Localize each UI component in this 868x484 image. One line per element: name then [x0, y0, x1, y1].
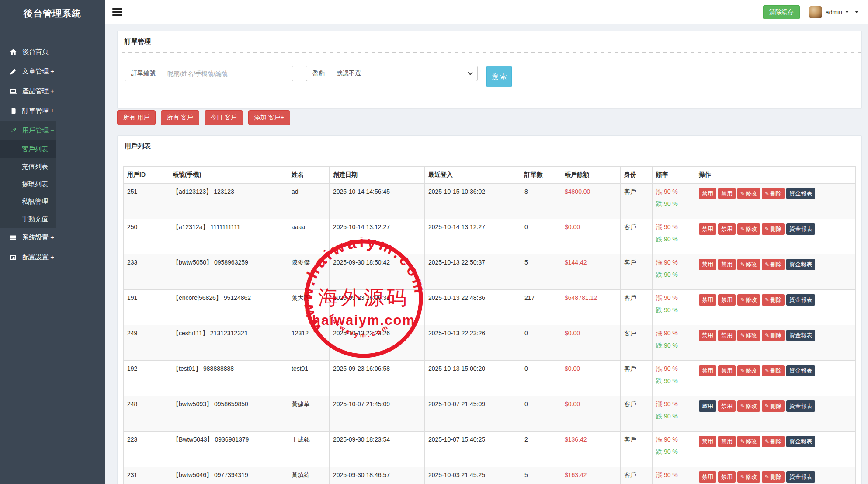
edit-button[interactable]: ✎修改	[737, 188, 760, 199]
role-cell: 客戶	[621, 467, 653, 484]
odds-down: 跌:90 %	[656, 377, 691, 385]
fund-report-button[interactable]: 資金報表	[786, 330, 815, 341]
fund-report-button[interactable]: 資金報表	[786, 400, 815, 412]
fund-report-button[interactable]: 資金報表	[786, 188, 815, 199]
disable-button[interactable]: 禁用	[699, 471, 716, 483]
disable-button[interactable]: 禁用	[718, 400, 736, 412]
fund-report-button[interactable]: 資金報表	[786, 259, 815, 270]
sidebar-item-products[interactable]: 產品管理 +	[0, 81, 105, 101]
fund-report-button[interactable]: 資金報表	[786, 294, 815, 306]
edit-button[interactable]: ✎修改	[737, 259, 760, 270]
edit-button[interactable]: ✎修改	[737, 223, 760, 235]
name-cell: 王成銘	[288, 432, 330, 467]
sidebar-item-config[interactable]: 配置設置 +	[0, 247, 105, 267]
fund-report-button[interactable]: 資金報表	[786, 365, 815, 376]
action-button-label: 刪除	[770, 332, 781, 338]
add-customer-button[interactable]: 添加 客戶+	[248, 110, 290, 125]
fund-report-button[interactable]: 資金報表	[786, 436, 815, 447]
fund-report-button[interactable]: 資金報表	[786, 223, 815, 235]
sidebar-subitem-manual-recharge[interactable]: 手動充值	[0, 210, 105, 228]
last-login-cell: 2025-10-14 13:12:27	[425, 219, 521, 254]
user-id-cell: 192	[124, 361, 169, 396]
disable-button[interactable]: 禁用	[699, 365, 716, 376]
action-button-label: 禁用	[702, 226, 713, 232]
hamburger-menu-button[interactable]	[105, 0, 129, 24]
topbar: 清除緩存 admin	[105, 0, 868, 24]
action-button-label: 禁用	[721, 226, 733, 232]
action-button-label: 資金報表	[789, 403, 812, 409]
sidebar-subitem-withdraw-list[interactable]: 提現列表	[0, 175, 105, 193]
edit-button[interactable]: ✎修改	[737, 436, 760, 447]
disable-button[interactable]: 禁用	[699, 330, 716, 341]
disable-button[interactable]: 禁用	[718, 259, 736, 270]
disable-button[interactable]: 禁用	[699, 259, 716, 270]
edit-button[interactable]: ✎修改	[737, 330, 760, 341]
edit-button[interactable]: ✎修改	[737, 400, 760, 412]
delete-button[interactable]: ✎刪除	[762, 294, 785, 306]
delete-button[interactable]: ✎刪除	[762, 188, 785, 199]
sidebar-item-system[interactable]: 系統設置 +	[0, 228, 105, 247]
delete-button[interactable]: ✎刪除	[762, 436, 785, 447]
disable-button[interactable]: 禁用	[718, 365, 736, 376]
account-cell: 【bwtw5046】 0977394319	[169, 467, 288, 484]
user-list-title: 用戶列表	[118, 136, 861, 157]
disable-button[interactable]: 禁用	[699, 223, 716, 235]
sidebar-subitem-recharge-list[interactable]: 充值列表	[0, 158, 105, 175]
disable-button[interactable]: 禁用	[718, 294, 736, 306]
search-input[interactable]	[162, 66, 293, 81]
delete-button[interactable]: ✎刪除	[762, 330, 785, 341]
caret-down-icon[interactable]	[845, 11, 849, 13]
today-customers-button[interactable]: 今日 客戶	[205, 110, 243, 125]
delete-button[interactable]: ✎刪除	[762, 223, 785, 235]
sidebar-item-articles[interactable]: 文章管理 +	[0, 62, 105, 81]
disable-button[interactable]: 禁用	[699, 436, 716, 447]
avatar[interactable]	[809, 6, 822, 18]
sidebar-item-users[interactable]: 用戶管理 −	[0, 121, 105, 140]
odds-cell: 漲:90 %跌:90 %	[653, 361, 695, 396]
all-customers-button[interactable]: 所有 客戶	[161, 110, 199, 125]
enable-button[interactable]: 啟用	[699, 400, 716, 412]
clear-cache-button[interactable]: 清除緩存	[763, 5, 800, 19]
disable-button[interactable]: 禁用	[718, 188, 736, 199]
created-date-cell: 2025-10-13 22:23:26	[330, 325, 425, 361]
sidebar-subitem-customer-list[interactable]: 客戶列表	[0, 140, 105, 158]
action-buttons-row: 所有 用戶所有 客戶今日 客戶添加 客戶+	[117, 110, 862, 125]
edit-button[interactable]: ✎修改	[737, 294, 760, 306]
action-button-label: 禁用	[721, 332, 733, 338]
caret-down-icon[interactable]	[855, 11, 858, 13]
disable-button[interactable]: 禁用	[718, 436, 736, 447]
pencil-icon: ✎	[765, 261, 769, 268]
disable-button[interactable]: 禁用	[699, 188, 716, 199]
disable-button[interactable]: 禁用	[699, 294, 716, 306]
sidebar-subitem-message-manage[interactable]: 私訊管理	[0, 193, 105, 210]
sidebar-item-home[interactable]: 後台首頁	[0, 42, 105, 62]
all-users-button[interactable]: 所有 用戶	[117, 110, 156, 125]
disable-button[interactable]: 禁用	[718, 471, 736, 483]
order-count-cell: 8	[521, 184, 561, 219]
delete-button[interactable]: ✎刪除	[762, 365, 785, 376]
pencil-icon: ✎	[740, 332, 745, 338]
delete-button[interactable]: ✎刪除	[762, 400, 785, 412]
balance-cell: $0.00	[561, 396, 621, 432]
table-row: 250【a12312a】 1111111111aaaa2025-10-14 13…	[124, 219, 856, 254]
action-button-label: 刪除	[770, 403, 781, 409]
profit-label: 盈虧	[306, 66, 331, 81]
column-header: 身份	[621, 167, 653, 184]
profit-select[interactable]: 默認不選	[331, 66, 478, 81]
home-icon	[9, 49, 17, 56]
table-row: 249【ceshi111】 21312312321123122025-10-13…	[124, 325, 856, 361]
edit-button[interactable]: ✎修改	[737, 471, 760, 483]
balance-cell: $0.00	[561, 325, 621, 361]
action-button-label: 刪除	[770, 474, 781, 480]
action-button-label: 資金報表	[789, 226, 812, 232]
edit-button[interactable]: ✎修改	[737, 365, 760, 376]
sidebar-item-orders[interactable]: 訂單管理 +	[0, 101, 105, 121]
disable-button[interactable]: 禁用	[718, 330, 736, 341]
order-count-cell: 0	[521, 325, 561, 361]
search-button[interactable]: 搜 索	[486, 66, 512, 87]
delete-button[interactable]: ✎刪除	[762, 259, 785, 270]
main-content: 訂單管理 訂單編號 盈虧 默認不選 搜 索 所有 用戶所有 客戶今日 客戶添加 …	[105, 24, 868, 484]
delete-button[interactable]: ✎刪除	[762, 471, 785, 483]
fund-report-button[interactable]: 資金報表	[786, 471, 815, 483]
disable-button[interactable]: 禁用	[718, 223, 736, 235]
